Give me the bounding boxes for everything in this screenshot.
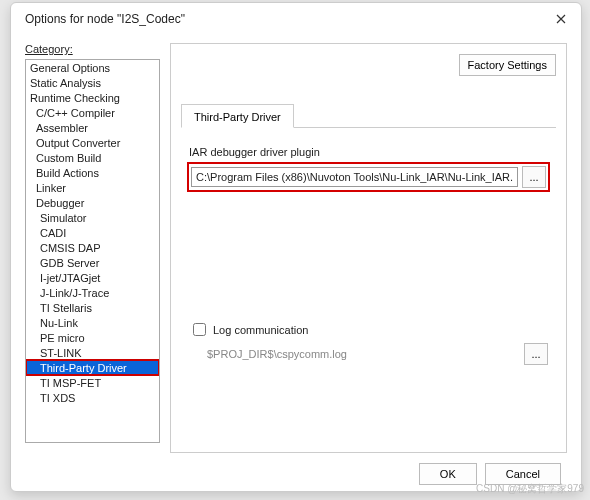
category-item[interactable]: Output Converter <box>26 135 159 150</box>
category-panel: Category: General OptionsStatic Analysis… <box>25 43 160 453</box>
category-item[interactable]: Nu-Link <box>26 315 159 330</box>
category-item[interactable]: PE micro <box>26 330 159 345</box>
close-icon[interactable] <box>553 11 569 27</box>
category-item[interactable]: Linker <box>26 180 159 195</box>
category-item[interactable]: I-jet/JTAGjet <box>26 270 159 285</box>
factory-settings-button[interactable]: Factory Settings <box>459 54 556 76</box>
category-item[interactable]: ST-LINK <box>26 345 159 360</box>
tab-third-party-driver[interactable]: Third-Party Driver <box>181 104 294 128</box>
category-item[interactable]: CADI <box>26 225 159 240</box>
titlebar: Options for node "I2S_Codec" <box>11 3 581 33</box>
category-item[interactable]: TI Stellaris <box>26 300 159 315</box>
log-browse-button[interactable]: ... <box>524 343 548 365</box>
category-item[interactable]: Debugger <box>26 195 159 210</box>
tab-strip: Third-Party Driver <box>181 104 556 128</box>
options-dialog: Options for node "I2S_Codec" Category: G… <box>10 2 582 492</box>
category-item[interactable]: Custom Build <box>26 150 159 165</box>
category-item[interactable]: Static Analysis <box>26 75 159 90</box>
log-communication-label: Log communication <box>213 324 308 336</box>
window-title: Options for node "I2S_Codec" <box>25 12 185 26</box>
category-label: Category: <box>25 43 160 55</box>
plugin-browse-button[interactable]: ... <box>522 166 546 188</box>
tab-panel: IAR debugger driver plugin ... Log commu… <box>181 127 556 427</box>
category-item[interactable]: TI MSP-FET <box>26 375 159 390</box>
category-item[interactable]: Build Actions <box>26 165 159 180</box>
settings-panel: Factory Settings Third-Party Driver IAR … <box>170 43 567 453</box>
category-item[interactable]: C/C++ Compiler <box>26 105 159 120</box>
category-listbox[interactable]: General OptionsStatic AnalysisRuntime Ch… <box>25 59 160 443</box>
category-item[interactable]: Assembler <box>26 120 159 135</box>
category-item[interactable]: Runtime Checking <box>26 90 159 105</box>
category-item[interactable]: J-Link/J-Trace <box>26 285 159 300</box>
category-item[interactable]: General Options <box>26 60 159 75</box>
log-communication-input[interactable] <box>193 323 206 336</box>
plugin-path-input[interactable] <box>191 167 518 187</box>
log-path-display: $PROJ_DIR$\cspycomm.log <box>207 345 520 363</box>
category-item[interactable]: Simulator <box>26 210 159 225</box>
plugin-path-highlight: ... <box>189 164 548 190</box>
category-item[interactable]: GDB Server <box>26 255 159 270</box>
plugin-group-label: IAR debugger driver plugin <box>189 146 548 158</box>
category-item[interactable]: Third-Party Driver <box>26 360 159 375</box>
log-communication-checkbox[interactable]: Log communication <box>189 320 548 339</box>
ok-button[interactable]: OK <box>419 463 477 485</box>
category-item[interactable]: CMSIS DAP <box>26 240 159 255</box>
watermark-text: CSDN @秘窝哲学家979 <box>476 482 584 496</box>
category-item[interactable]: TI XDS <box>26 390 159 405</box>
